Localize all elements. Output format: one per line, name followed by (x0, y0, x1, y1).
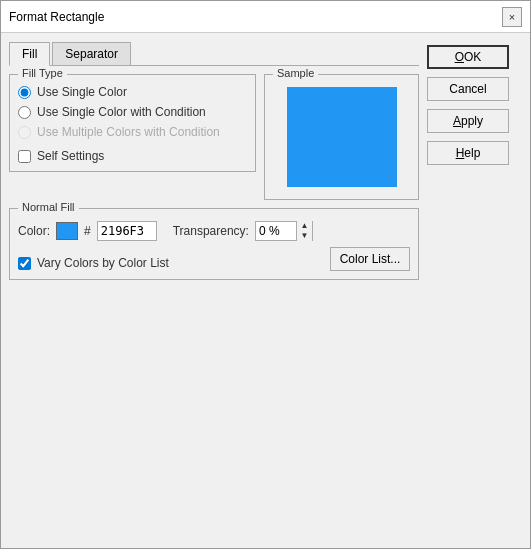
apply-button[interactable]: Apply (427, 109, 509, 133)
help-button[interactable]: Help (427, 141, 509, 165)
color-swatch[interactable] (56, 222, 78, 240)
vary-colors-checkbox[interactable]: Vary Colors by Color List (18, 256, 169, 270)
color-list-button[interactable]: Color List... (330, 247, 410, 271)
tab-fill[interactable]: Fill (9, 42, 50, 66)
fill-type-group: Fill Type Use Single Color Use Single Co… (9, 74, 256, 172)
fill-type-label: Fill Type (18, 67, 67, 79)
dialog-title: Format Rectangle (9, 10, 104, 24)
right-panel: OOK Cancel Apply Help (427, 41, 522, 540)
radio-multiple-colors-condition[interactable]: Use Multiple Colors with Condition (18, 125, 247, 139)
sample-preview (287, 87, 397, 187)
transparency-down-button[interactable]: ▼ (297, 231, 312, 241)
tabs-row: Fill Separator (9, 41, 419, 66)
dialog-body: Fill Separator Fill Type Use Single Colo… (1, 33, 530, 548)
transparency-input-wrap: ▲ ▼ (255, 221, 313, 241)
color-label: Color: (18, 224, 50, 238)
transparency-input[interactable] (256, 223, 296, 239)
radio-single-color[interactable]: Use Single Color (18, 85, 247, 99)
color-hex-input[interactable] (97, 221, 157, 241)
color-row: Color: # Transparency: ▲ ▼ (18, 221, 410, 241)
sample-label: Sample (273, 67, 318, 79)
normal-fill-label: Normal Fill (18, 201, 79, 213)
transparency-spinners: ▲ ▼ (296, 221, 312, 241)
transparency-label: Transparency: (173, 224, 249, 238)
close-button[interactable]: × (502, 7, 522, 27)
format-rectangle-dialog: Format Rectangle × Fill Separator Fill T… (0, 0, 531, 549)
fill-sample-row: Fill Type Use Single Color Use Single Co… (9, 74, 419, 200)
left-panel: Fill Separator Fill Type Use Single Colo… (9, 41, 419, 540)
sample-group: Sample (264, 74, 419, 200)
ok-button[interactable]: OOK (427, 45, 509, 69)
tab-separator[interactable]: Separator (52, 42, 131, 66)
cancel-button[interactable]: Cancel (427, 77, 509, 101)
radio-single-color-condition[interactable]: Use Single Color with Condition (18, 105, 247, 119)
transparency-up-button[interactable]: ▲ (297, 221, 312, 231)
normal-fill-group: Normal Fill Color: # Transparency: ▲ ▼ (9, 208, 419, 280)
hash-symbol: # (84, 224, 91, 238)
self-settings-checkbox[interactable]: Self Settings (18, 149, 247, 163)
title-bar: Format Rectangle × (1, 1, 530, 33)
